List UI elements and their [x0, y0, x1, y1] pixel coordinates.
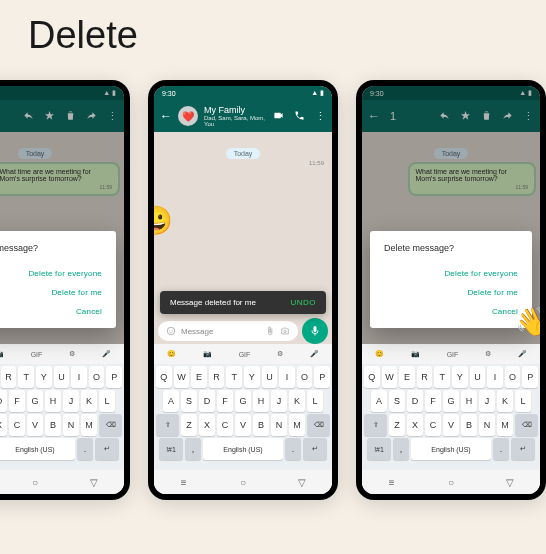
- key-W[interactable]: W: [382, 366, 398, 388]
- key-⌫[interactable]: ⌫: [515, 414, 538, 436]
- key-M[interactable]: M: [497, 414, 513, 436]
- key-⇧[interactable]: ⇧: [364, 414, 387, 436]
- key-C[interactable]: C: [9, 414, 25, 436]
- key-B[interactable]: B: [45, 414, 61, 436]
- forward-icon[interactable]: [86, 110, 97, 121]
- key-T[interactable]: T: [226, 366, 242, 388]
- key-L[interactable]: L: [307, 390, 323, 412]
- key-dot[interactable]: .: [77, 438, 93, 460]
- delete-everyone-button[interactable]: Delete for everyone: [28, 269, 102, 278]
- key-N[interactable]: N: [63, 414, 79, 436]
- key-O[interactable]: O: [89, 366, 105, 388]
- delete-icon[interactable]: [65, 110, 76, 121]
- attach-icon[interactable]: [265, 326, 275, 336]
- key-enter[interactable]: ↵: [95, 438, 119, 460]
- undo-button[interactable]: UNDO: [290, 298, 316, 307]
- home-button[interactable]: ○: [444, 475, 458, 489]
- back-icon[interactable]: ←: [160, 109, 172, 123]
- key-D[interactable]: D: [0, 390, 7, 412]
- key-J[interactable]: J: [479, 390, 495, 412]
- key-X[interactable]: X: [407, 414, 423, 436]
- key-Z[interactable]: Z: [181, 414, 197, 436]
- key-H[interactable]: H: [461, 390, 477, 412]
- group-avatar[interactable]: ❤️: [178, 106, 198, 126]
- back-button[interactable]: ▽: [87, 475, 101, 489]
- chat-header[interactable]: ← ❤️ My Family Dad, Sam, Sara, Mom, You …: [154, 100, 332, 132]
- key-K[interactable]: K: [81, 390, 97, 412]
- key-⇧[interactable]: ⇧: [156, 414, 179, 436]
- key-Y[interactable]: Y: [36, 366, 52, 388]
- key-space[interactable]: English (US): [203, 438, 283, 460]
- key-W[interactable]: W: [174, 366, 190, 388]
- key-G[interactable]: G: [27, 390, 43, 412]
- key-M[interactable]: M: [289, 414, 305, 436]
- key-P[interactable]: P: [106, 366, 122, 388]
- key-O[interactable]: O: [505, 366, 521, 388]
- key-L[interactable]: L: [99, 390, 115, 412]
- key-space[interactable]: English (US): [411, 438, 491, 460]
- key-S[interactable]: S: [389, 390, 405, 412]
- key-U[interactable]: U: [470, 366, 486, 388]
- key-X[interactable]: X: [0, 414, 7, 436]
- key-Q[interactable]: Q: [156, 366, 172, 388]
- star-icon[interactable]: [460, 110, 471, 121]
- key-N[interactable]: N: [271, 414, 287, 436]
- keyboard[interactable]: 😊📷GIF⚙🎤 QWERTYUIOPASDFGHJKL⇧ZXCVBNM⌫!#1,…: [0, 344, 124, 494]
- key-S[interactable]: S: [181, 390, 197, 412]
- key-D[interactable]: D: [407, 390, 423, 412]
- key-N[interactable]: N: [479, 414, 495, 436]
- back-icon[interactable]: ←: [368, 109, 380, 123]
- forward-icon[interactable]: [502, 110, 513, 121]
- key-space[interactable]: English (US): [0, 438, 75, 460]
- keyboard-suggestions[interactable]: 😊📷GIF⚙🎤: [154, 344, 332, 364]
- message-input[interactable]: Message: [158, 321, 298, 341]
- key-lang[interactable]: ,: [185, 438, 201, 460]
- reply-icon[interactable]: [439, 110, 450, 121]
- key-enter[interactable]: ↵: [303, 438, 327, 460]
- key-U[interactable]: U: [262, 366, 278, 388]
- key-Y[interactable]: Y: [244, 366, 260, 388]
- key-Q[interactable]: Q: [364, 366, 380, 388]
- keyboard-suggestions[interactable]: 😊📷GIF⚙🎤: [0, 344, 124, 364]
- key-Z[interactable]: Z: [389, 414, 405, 436]
- star-icon[interactable]: [44, 110, 55, 121]
- key-E[interactable]: E: [191, 366, 207, 388]
- key-C[interactable]: C: [217, 414, 233, 436]
- camera-icon[interactable]: [280, 326, 290, 336]
- key-enter[interactable]: ↵: [511, 438, 535, 460]
- key-K[interactable]: K: [497, 390, 513, 412]
- key-G[interactable]: G: [443, 390, 459, 412]
- key-F[interactable]: F: [9, 390, 25, 412]
- keyboard[interactable]: 😊📷GIF⚙🎤 QWERTYUIOPASDFGHJKL⇧ZXCVBNM⌫!#1,…: [362, 344, 540, 494]
- mic-button[interactable]: [302, 318, 328, 344]
- key-I[interactable]: I: [279, 366, 295, 388]
- back-button[interactable]: ▽: [503, 475, 517, 489]
- cancel-button[interactable]: Cancel: [76, 307, 102, 316]
- key-V[interactable]: V: [27, 414, 43, 436]
- key-D[interactable]: D: [199, 390, 215, 412]
- key-B[interactable]: B: [253, 414, 269, 436]
- more-icon[interactable]: ⋮: [315, 110, 326, 123]
- key-G[interactable]: G: [235, 390, 251, 412]
- key-R[interactable]: R: [417, 366, 433, 388]
- back-button[interactable]: ▽: [295, 475, 309, 489]
- delete-icon[interactable]: [481, 110, 492, 121]
- key-F[interactable]: F: [217, 390, 233, 412]
- message-bubble[interactable]: What time are we meeting for Mom's surpr…: [410, 164, 535, 194]
- key-J[interactable]: J: [271, 390, 287, 412]
- key-O[interactable]: O: [297, 366, 313, 388]
- keyboard[interactable]: 😊📷GIF⚙🎤 QWERTYUIOPASDFGHJKL⇧ZXCVBNM⌫!#1,…: [154, 344, 332, 494]
- emoji-icon[interactable]: [166, 326, 176, 336]
- key-K[interactable]: K: [289, 390, 305, 412]
- key-V[interactable]: V: [443, 414, 459, 436]
- key-T[interactable]: T: [434, 366, 450, 388]
- key-C[interactable]: C: [425, 414, 441, 436]
- delete-everyone-button[interactable]: Delete for everyone: [444, 269, 518, 278]
- key-lang[interactable]: ,: [393, 438, 409, 460]
- keyboard-suggestions[interactable]: 😊📷GIF⚙🎤: [362, 344, 540, 364]
- key-sym[interactable]: !#1: [159, 438, 183, 460]
- key-⌫[interactable]: ⌫: [307, 414, 330, 436]
- key-I[interactable]: I: [487, 366, 503, 388]
- key-H[interactable]: H: [253, 390, 269, 412]
- key-A[interactable]: A: [163, 390, 179, 412]
